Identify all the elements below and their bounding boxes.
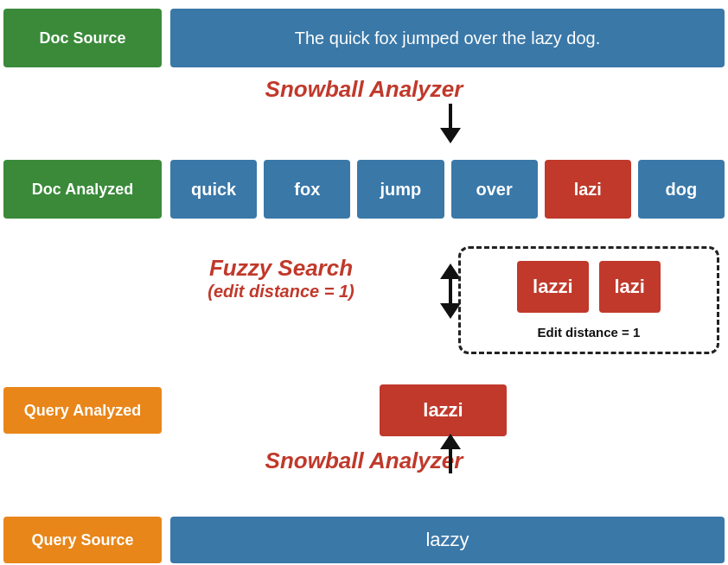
doc-analyzed-label: Doc Analyzed (3, 160, 162, 219)
bottom-arrow (440, 434, 461, 473)
query-source-label: Query Source (3, 517, 162, 563)
arrow-shaft-top (449, 104, 452, 128)
arrow-shaft-bottom (449, 449, 452, 473)
top-analyzer-label: Snowball Analyzer (265, 76, 463, 103)
token-lazi: lazi (545, 160, 631, 219)
query-analyzed-row: Query Analyzed lazzi (3, 384, 725, 436)
edit-token-lazi: lazi (599, 261, 661, 313)
query-analyzed-token-wrapper: lazzi (162, 384, 725, 436)
edit-tokens-row: lazzi lazi (517, 261, 661, 313)
edit-distance-box-area: lazzi lazi Edit distance = 1 (458, 246, 719, 354)
edit-distance-label: Edit distance = 1 (538, 325, 641, 340)
edit-distance-box: lazzi lazi Edit distance = 1 (458, 246, 719, 354)
doc-source-row: Doc Source The quick fox jumped over the… (3, 9, 725, 67)
query-analyzed-label: Query Analyzed (3, 387, 162, 434)
top-arrow (440, 104, 461, 143)
token-jump: jump (357, 160, 444, 219)
bottom-arrow-container (0, 434, 728, 473)
arrow-shaft-mid (449, 279, 452, 303)
top-arrow-container (0, 104, 728, 143)
token-over: over (451, 160, 538, 219)
top-analyzer-area: Snowball Analyzer (3, 76, 725, 103)
doc-source-text: The quick fox jumped over the lazy dog. (170, 9, 725, 67)
doc-analyzed-row: Doc Analyzed quick fox jump over lazi do… (3, 160, 725, 219)
query-source-text: lazzy (170, 517, 725, 563)
doc-tokens-container: quick fox jump over lazi dog (170, 160, 725, 219)
token-quick: quick (170, 160, 257, 219)
token-fox: fox (264, 160, 350, 219)
arrow-head-up2 (440, 434, 461, 449)
arrow-head-down (440, 128, 461, 143)
query-analyzed-token: lazzi (380, 384, 506, 436)
query-source-row: Query Source lazzy (3, 517, 725, 563)
edit-token-lazzi: lazzi (517, 261, 588, 313)
doc-source-label: Doc Source (3, 9, 162, 67)
token-dog: dog (638, 160, 725, 219)
